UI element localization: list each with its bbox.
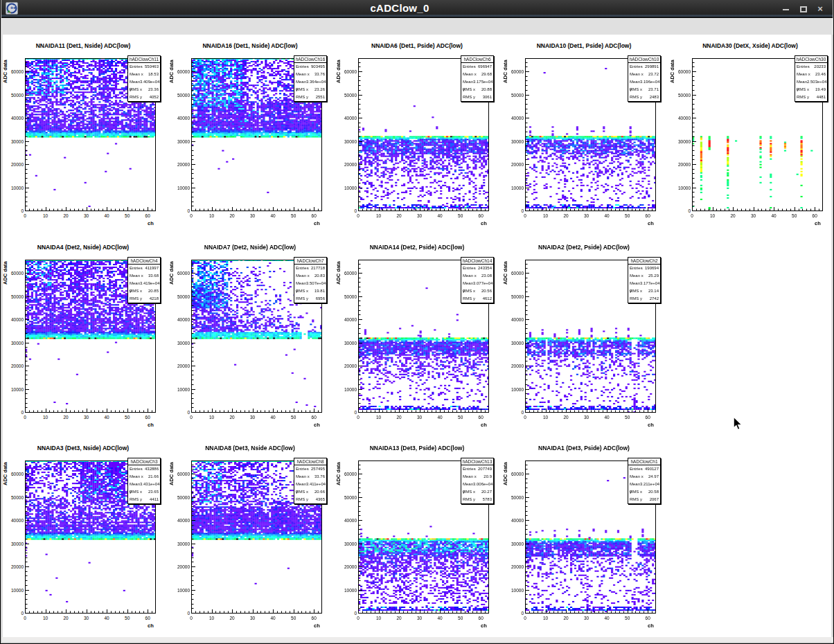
stats-label: Entries <box>130 63 143 71</box>
y-tick-label: 30000 <box>172 542 190 546</box>
x-tick-label: 30 <box>246 213 260 218</box>
x-tick-label: 50 <box>287 415 301 420</box>
close-button[interactable]: × <box>812 0 828 17</box>
stats-box-ch1[interactable]: hADClowCh1Entries490127Mean x24.97Mean y… <box>628 458 661 504</box>
x-tick-label: 40 <box>100 616 114 620</box>
x-tick-label: 20 <box>726 213 740 218</box>
x-tick-label: 20 <box>559 616 573 620</box>
y-tick-label: 50000 <box>6 93 24 98</box>
stats-box-ch7[interactable]: hADClowCh7Entries217718Mean x20.83Mean y… <box>294 257 327 303</box>
y-tick-label: 40000 <box>6 518 24 523</box>
stats-row-rms_y: RMS y2551 <box>294 93 326 101</box>
root-app-icon[interactable]: ++ <box>6 2 18 15</box>
x-tick-label: 30 <box>413 415 427 420</box>
x-tick-label: 0 <box>18 415 32 420</box>
y-tick-label: 0 <box>339 410 357 415</box>
stats-value: 20233 <box>814 63 826 71</box>
x-axis-title: ch <box>314 220 320 226</box>
x-tick-label: 0 <box>18 213 32 218</box>
stats-label: Entries <box>130 265 143 272</box>
y-tick-label: 20000 <box>172 162 190 167</box>
minimize-button[interactable] <box>777 0 794 17</box>
stats-label: RMS y <box>463 496 475 503</box>
y-axis-title: ADC data <box>2 261 8 285</box>
stats-row-rms_y: RMS y4481 <box>795 93 827 101</box>
y-axis-title: ADC data <box>335 60 341 83</box>
stats-value: 2551 <box>316 93 325 101</box>
root-canvas[interactable]: NNAIDA11 (Det1, Nside) ADC(low)010000200… <box>3 35 831 638</box>
y-axis-title: ADC data <box>335 462 341 485</box>
x-axis-title: ch <box>148 220 154 226</box>
stats-label: Entries <box>630 265 643 272</box>
stats-row-rms_y: RMS y4612 <box>461 295 493 303</box>
x-tick-label: 30 <box>413 616 427 620</box>
stats-label: Mean x <box>463 473 477 481</box>
x-tick-label: 50 <box>621 616 635 620</box>
stats-name: hADClowCh3 <box>128 458 160 465</box>
y-tick-label: 50000 <box>339 93 357 98</box>
stats-box-ch11[interactable]: hADClowCh11Entries550463Mean x18.53Mean … <box>127 55 161 102</box>
stats-label: RMS x <box>463 488 475 496</box>
y-axis-title: ADC data <box>2 462 8 485</box>
stats-value: 4218 <box>150 295 159 303</box>
x-tick-label: 40 <box>266 213 280 218</box>
y-tick-label: 50000 <box>506 495 524 500</box>
stats-box-ch13[interactable]: hADClowCh13Entries207749Mean x20.9Mean y… <box>461 458 494 504</box>
y-tick-label: 50000 <box>6 294 24 299</box>
plot-title-ch6: NNAIDA6 (Det1, Pside) ADC(low) <box>371 42 463 49</box>
stats-row-mean_y: Mean y3.175e+04 <box>461 78 493 86</box>
stats-box-ch30[interactable]: hADClowCh30Entries20233Mean x23.46Mean y… <box>795 55 828 102</box>
stats-label: RMS x <box>130 86 142 93</box>
stats-value: 4052 <box>150 93 159 101</box>
y-axis-title: ADC data <box>335 261 341 285</box>
x-tick-label: 50 <box>121 213 134 218</box>
stats-box-ch2[interactable]: hADClowCh2Entries190694Mean x25.29Mean y… <box>628 257 661 303</box>
stats-label: Mean y <box>630 78 640 86</box>
y-axis-title: ADC data <box>669 60 675 83</box>
y-tick-label: 10000 <box>172 588 190 593</box>
maximize-button[interactable] <box>795 0 812 17</box>
x-tick-label: 10 <box>39 415 53 420</box>
y-tick-label: 20000 <box>339 364 357 368</box>
stats-box-ch14[interactable]: hADClowCh14Entries243354Mean x23.08Mean … <box>461 257 494 303</box>
stats-value: 6956 <box>316 295 325 303</box>
stats-value: 3.419e+04 <box>140 280 160 287</box>
stats-value: 23.72 <box>648 71 659 78</box>
stats-box-ch16[interactable]: hADClowCh16Entries903495Mean x33.76Mean … <box>294 55 327 102</box>
stats-label: Mean x <box>130 473 143 481</box>
x-axis-title: ch <box>648 623 654 629</box>
y-tick-label: 40000 <box>339 116 357 120</box>
plot-title-ch10: NNAIDA10 (Det1, Pside) ADC(low) <box>537 42 632 49</box>
stats-value: 4411 <box>150 496 159 503</box>
stats-name: hADClowCh6 <box>461 56 493 63</box>
title-bar[interactable]: ++ cADClow_0 × <box>1 0 833 18</box>
stats-row-mean_y: Mean y3.211e+04 <box>628 481 660 488</box>
stats-box-ch4[interactable]: hADClowCh4Entries411997Mean x33.68Mean y… <box>127 257 161 303</box>
y-tick-label: 30000 <box>6 341 24 346</box>
stats-value: 3.507e+04 <box>306 280 326 287</box>
stats-box-ch8[interactable]: hADClowCh8Entries257495Mean x33.76Mean y… <box>294 458 327 504</box>
x-tick-label: 50 <box>454 415 468 420</box>
stats-box-ch6[interactable]: hADClowCh6Entries696947Mean x29.68Mean y… <box>461 55 494 102</box>
stats-label: Entries <box>630 465 643 473</box>
stats-box-ch10[interactable]: hADClowCh10Entries299891Mean x23.72Mean … <box>628 55 661 102</box>
x-tick-label: 30 <box>580 415 594 420</box>
x-tick-label: 20 <box>59 616 73 620</box>
stats-label: RMS x <box>630 488 642 496</box>
x-tick-label: 0 <box>518 213 532 218</box>
x-tick-label: 20 <box>392 616 406 620</box>
stats-box-ch3[interactable]: hADClowCh3Entries432886Mean x21.66Mean y… <box>127 458 161 504</box>
stats-value: 29.68 <box>481 71 492 78</box>
stats-value: 207749 <box>478 465 492 473</box>
stats-value: 4365 <box>316 496 325 503</box>
x-axis-title: ch <box>314 422 320 428</box>
stats-value: 20.66 <box>314 488 325 496</box>
stats-label: RMS y <box>463 93 475 101</box>
x-tick-label: 40 <box>100 213 114 218</box>
stats-row-rms_x: RMS x20.58 <box>628 488 660 496</box>
y-tick-label: 0 <box>506 208 524 213</box>
y-tick-label: 0 <box>506 410 524 415</box>
x-tick-label: 10 <box>539 213 553 218</box>
stats-label: RMS x <box>130 287 142 295</box>
stats-row-mean_x: Mean x23.08 <box>461 272 493 280</box>
